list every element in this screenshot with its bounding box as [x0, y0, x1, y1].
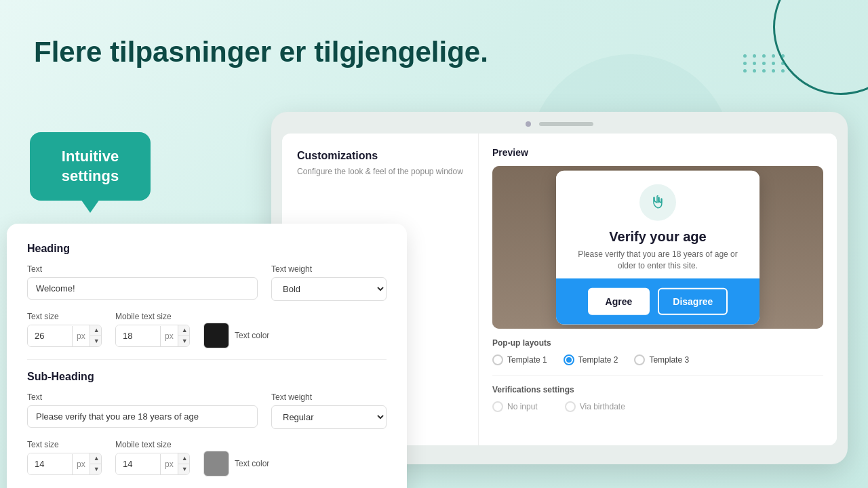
tablet-home-bar [539, 122, 593, 126]
settings-bubble: Intuitive settings [30, 132, 151, 201]
subheading-mobile-size-down[interactable]: ▼ [178, 464, 190, 474]
tablet-top-bar [271, 112, 848, 134]
subheading-weight-group: Text weight Bold Regular Light [271, 392, 387, 429]
heading-size-px: px [72, 326, 90, 346]
heading-size-up[interactable]: ▲ [90, 325, 102, 336]
subheading-size-px: px [72, 454, 90, 474]
divider [27, 359, 387, 360]
heading-color-group: Text color [203, 323, 269, 348]
verifications-title: Verifications settings [492, 385, 823, 394]
heading-size-arrows: ▲ ▼ [90, 325, 102, 346]
heading-size-label: Text size [27, 312, 102, 321]
layouts-section: Pop-up layouts Template 1 Template 2 Tem… [492, 338, 823, 365]
radio-template-2[interactable] [564, 354, 574, 365]
heading-color-swatch[interactable] [203, 323, 229, 348]
hand-icon [639, 184, 676, 221]
subheading-size-input[interactable] [28, 453, 72, 474]
heading-size-row: Text size px ▲ ▼ Mobile text size px ▲ ▼ [27, 310, 387, 348]
heading-mobile-size-group: Mobile text size px ▲ ▼ [115, 312, 190, 347]
subheading-text-group: Text [27, 392, 258, 428]
layout-options: Template 1 Template 2 Template 3 [492, 354, 823, 365]
verif-no-input[interactable]: No input [492, 401, 538, 412]
page-headline: Flere tilpasninger er tilgjengelige. [34, 35, 488, 69]
subheading-mobile-size-input[interactable] [116, 453, 160, 474]
heading-text-group: Text [27, 264, 258, 300]
subheading-size-down[interactable]: ▼ [90, 464, 102, 474]
heading-section-title: Heading [27, 243, 387, 255]
layout-option-2[interactable]: Template 2 [564, 354, 618, 365]
subheading-color-group: Text color [203, 451, 269, 476]
verif-birthdate[interactable]: Via birthdate [565, 401, 625, 412]
preview-panel: Preview Verify your age Please verify th… [479, 134, 837, 445]
heading-text-label: Text [27, 264, 258, 274]
customizations-subtitle: Configure the look & feel of the popup w… [297, 166, 463, 178]
heading-size-down[interactable]: ▼ [90, 336, 102, 346]
layout-option-1[interactable]: Template 1 [492, 354, 547, 365]
subheading-size-up[interactable]: ▲ [90, 453, 102, 464]
subheading-size-group: Text size px ▲ ▼ [27, 440, 102, 475]
radio-template-3[interactable] [634, 354, 645, 365]
subheading-text-label: Text [27, 392, 258, 402]
subheading-mobile-size-group: Mobile text size px ▲ ▼ [115, 440, 190, 475]
subheading-mobile-size-label: Mobile text size [115, 440, 190, 449]
heading-text-input[interactable] [27, 277, 258, 300]
heading-weight-select[interactable]: Bold Regular Light [271, 277, 387, 301]
bg-circle-decoration [773, 0, 868, 95]
layout-option-3[interactable]: Template 3 [634, 354, 689, 365]
subheading-mobile-px: px [160, 454, 178, 474]
heading-text-row: Text Text weight Bold Regular Light [27, 264, 387, 301]
heading-mobile-arrows: ▲ ▼ [178, 325, 190, 346]
subheading-mobile-arrows: ▲ ▼ [178, 453, 190, 474]
agree-button[interactable]: Agree [588, 287, 650, 314]
dots-grid-decoration [743, 54, 787, 73]
radio-template-1[interactable] [492, 354, 503, 365]
subheading-section-title: Sub-Heading [27, 371, 387, 383]
subheading-size-label: Text size [27, 440, 102, 449]
heading-mobile-size-wrap: px ▲ ▼ [115, 325, 190, 347]
heading-color-label: Text color [235, 331, 269, 340]
heading-mobile-size-label: Mobile text size [115, 312, 190, 321]
subheading-mobile-size-up[interactable]: ▲ [178, 453, 190, 464]
verifications-section: Verifications settings No input Via birt… [492, 375, 823, 412]
popup-card: Verify your age Please verify that you a… [556, 171, 760, 325]
subheading-color-label: Text color [235, 459, 269, 468]
verifications-options: No input Via birthdate [492, 401, 823, 412]
subheading-color-swatch[interactable] [203, 451, 229, 476]
subheading-weight-label: Text weight [271, 392, 387, 402]
popup-subtext: Please verify that you are 18 years of a… [570, 249, 746, 272]
heading-mobile-size-input[interactable] [116, 325, 160, 346]
subheading-text-input[interactable] [27, 405, 258, 428]
heading-weight-group: Text weight Bold Regular Light [271, 264, 387, 301]
tablet-camera [526, 121, 531, 127]
heading-size-group: Text size px ▲ ▼ [27, 312, 102, 347]
popup-preview: Verify your age Please verify that you a… [492, 166, 823, 329]
heading-mobile-size-down[interactable]: ▼ [178, 336, 190, 346]
heading-weight-label: Text weight [271, 264, 387, 274]
subheading-mobile-size-wrap: px ▲ ▼ [115, 453, 190, 475]
heading-size-input[interactable] [28, 325, 72, 346]
subheading-size-row: Text size px ▲ ▼ Mobile text size px ▲ ▼ [27, 439, 387, 476]
subheading-size-arrows: ▲ ▼ [90, 453, 102, 474]
heading-mobile-px: px [160, 326, 178, 346]
subheading-size-wrap: px ▲ ▼ [27, 453, 102, 475]
layouts-title: Pop-up layouts [492, 338, 823, 348]
popup-heading: Verify your age [570, 229, 746, 245]
heading-mobile-size-up[interactable]: ▲ [178, 325, 190, 336]
heading-size-wrap: px ▲ ▼ [27, 325, 102, 347]
customizations-title: Customizations [297, 150, 463, 162]
preview-title: Preview [492, 147, 823, 158]
subheading-text-row: Text Text weight Bold Regular Light [27, 392, 387, 429]
radio-no-input[interactable] [492, 401, 503, 412]
popup-header: Verify your age Please verify that you a… [556, 171, 760, 279]
popup-buttons: Agree Disagree [556, 278, 760, 324]
radio-via-birthdate[interactable] [565, 401, 576, 412]
subheading-weight-select[interactable]: Bold Regular Light [271, 405, 387, 429]
disagree-button[interactable]: Disagree [658, 287, 728, 314]
customization-panel: Heading Text Text weight Bold Regular Li… [7, 224, 407, 488]
